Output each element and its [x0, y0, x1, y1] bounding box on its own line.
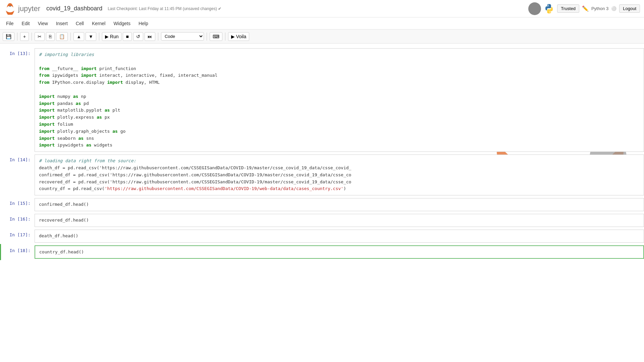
cell-content-5[interactable]: country_df.head(): [35, 245, 644, 259]
cell-4[interactable]: In [17]:death_df.head(): [0, 228, 644, 244]
voila-button[interactable]: ▶ Voila: [228, 32, 249, 41]
menu-item-insert[interactable]: Insert: [55, 19, 68, 27]
menu-item-cell[interactable]: Cell: [75, 19, 85, 27]
save-button[interactable]: 💾: [3, 32, 14, 41]
restart-button[interactable]: ↺: [133, 32, 143, 41]
menu-item-kernel[interactable]: Kernel: [91, 19, 106, 27]
cell-content-1[interactable]: # loading data right from the source: de…: [35, 155, 644, 195]
toolbar-separator: [32, 33, 32, 41]
toolbar-separator: [70, 33, 71, 41]
logo-area: jupyter: [4, 3, 40, 15]
jupyter-logo-icon: [4, 3, 16, 15]
move-down-button[interactable]: ▼: [86, 32, 96, 41]
cell-2[interactable]: In [15]:confirmed_df.head(): [0, 197, 644, 213]
move-up-button[interactable]: ▲: [73, 32, 84, 41]
add-cell-button[interactable]: +: [20, 32, 29, 41]
cell-content-2[interactable]: confirmed_df.head(): [35, 198, 644, 211]
copy-button[interactable]: ⎘: [46, 32, 55, 41]
cell-type-select[interactable]: CodeMarkdownRaw NBConvertHeading: [161, 32, 204, 41]
topbar-right: Trusted ✏️ Python 3 ⚪ Logout: [528, 2, 640, 15]
cell-prompt-1: In [14]:: [1, 155, 35, 162]
toolbar-separator: [17, 33, 17, 41]
topbar: jupyter covid_19_dashboard Last Checkpoi…: [0, 0, 644, 17]
cut-button[interactable]: ✂: [35, 32, 45, 41]
trusted-button[interactable]: Trusted: [557, 4, 579, 13]
menu-item-help[interactable]: Help: [138, 19, 149, 27]
menubar: FileEditViewInsertCellKernelWidgetsHelp: [0, 17, 644, 29]
menu-item-file[interactable]: File: [5, 19, 14, 27]
cell-1[interactable]: In [14]:# loading data right from the so…: [0, 153, 644, 197]
cell-content-4[interactable]: death_df.head(): [35, 230, 644, 243]
logout-button[interactable]: Logout: [619, 4, 640, 13]
stop-button[interactable]: ■: [123, 32, 131, 41]
toolbar-separator: [99, 33, 99, 41]
cell-0[interactable]: In [13]:# importing libraries from __fut…: [0, 47, 644, 153]
run-button[interactable]: ▶ Run: [102, 32, 122, 41]
paste-button[interactable]: 📋: [56, 32, 68, 41]
cell-prompt-4: In [17]:: [1, 230, 35, 237]
svg-point-2: [550, 12, 550, 12]
toolbar: 💾+✂⎘📋▲▼▶ Run■↺⏭CodeMarkdownRaw NBConvert…: [0, 29, 644, 44]
user-avatar[interactable]: [528, 2, 541, 15]
cell-prompt-2: In [15]:: [1, 198, 35, 206]
cell-prompt-0: In [13]:: [1, 48, 35, 56]
menu-item-edit[interactable]: Edit: [21, 19, 31, 27]
cell-content-0[interactable]: # importing libraries from __future__ im…: [35, 48, 644, 152]
python-logo-icon: [544, 3, 554, 14]
cell-content-3[interactable]: recovered_df.head(): [35, 214, 644, 227]
notebook-container[interactable]: jupyter In [13]:# importing libraries fr…: [0, 44, 644, 362]
jupyter-text: jupyter: [18, 4, 40, 13]
kernel-info: Python 3: [591, 6, 608, 11]
cell-prompt-5: In [18]:: [1, 245, 35, 253]
svg-point-1: [548, 5, 549, 5]
checkpoint-info: Last Checkpoint: Last Friday at 11:45 PM…: [108, 6, 221, 11]
fast-forward-button[interactable]: ⏭: [145, 32, 155, 41]
notebook-title[interactable]: covid_19_dashboard: [46, 5, 102, 12]
toolbar-separator: [207, 33, 207, 41]
menu-item-view[interactable]: View: [37, 19, 49, 27]
toolbar-separator: [225, 33, 225, 41]
edit-pencil-icon[interactable]: ✏️: [582, 5, 589, 12]
cell-5[interactable]: In [18]:country_df.head(): [0, 244, 644, 260]
cell-prompt-3: In [16]:: [1, 214, 35, 222]
keyboard-shortcuts-button[interactable]: ⌨: [210, 32, 222, 41]
toolbar-separator: [158, 33, 158, 41]
kernel-circle-icon: ⚪: [611, 6, 616, 11]
cell-3[interactable]: In [16]:recovered_df.head(): [0, 213, 644, 228]
menu-item-widgets[interactable]: Widgets: [113, 19, 131, 27]
